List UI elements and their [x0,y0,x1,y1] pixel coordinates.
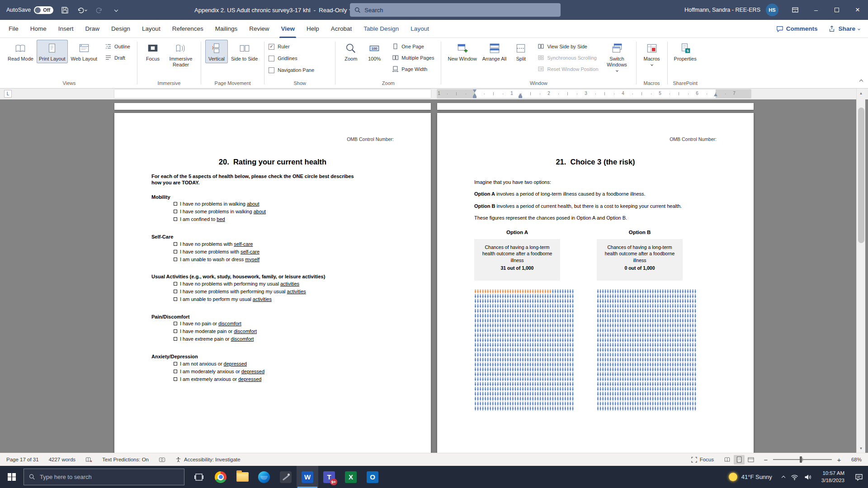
ribbon-tab-table-design[interactable]: Table Design [358,20,405,38]
undo-button[interactable] [76,4,88,16]
immersive-reader-button[interactable]: Immersive Reader [165,40,197,69]
scrollbar-thumb[interactable] [858,108,864,243]
checkbox-item[interactable]: I have some problems in walking about [174,208,394,216]
taskbar-clock[interactable]: 10:57 AM 3/18/2023 [816,470,850,484]
word-count[interactable]: 4227 words [49,457,75,462]
page-width-button[interactable]: Page Width [389,63,437,75]
checkbox-item[interactable]: I have no pain or discomfort [174,320,394,328]
switch-windows-button[interactable]: Switch Windows [602,40,632,73]
user-name[interactable]: Hoffmann, Sandra - REE-ERS [684,7,760,13]
table-column-marker[interactable] [519,96,522,98]
web-layout-view-button[interactable] [745,455,756,465]
new-window-button[interactable]: New Window [445,40,479,63]
task-view-button[interactable] [188,466,210,488]
proofing-status-button[interactable] [85,457,92,463]
checkbox-icon[interactable] [174,362,177,366]
ribbon-tab-file[interactable]: File [3,20,24,38]
ribbon-tab-insert[interactable]: Insert [52,20,80,38]
action-center-button[interactable] [850,466,868,488]
read-mode-button[interactable]: Read Mode [5,40,36,63]
comments-button[interactable]: Comments [771,25,823,33]
undo-dropdown-icon[interactable] [85,9,87,11]
editor-status-button[interactable] [159,457,165,463]
zoom-slider[interactable] [773,456,832,463]
checkbox-icon[interactable] [174,377,177,381]
taskbar-search-input[interactable] [40,474,179,480]
right-indent-marker[interactable] [714,93,717,96]
page-17[interactable]: OMB Control Number: 20. Rating your curr… [114,113,431,453]
chrome-button[interactable] [210,466,231,488]
checkbox-item[interactable]: I have some problems with self-care [174,248,394,255]
print-layout-view-button[interactable] [734,455,745,465]
scroll-down-button[interactable]: ▼ [857,444,865,453]
word-button[interactable]: W [297,466,318,488]
one-page-button[interactable]: One Page [389,41,437,52]
teams-button[interactable]: T 9+ [318,466,340,488]
checkbox-item[interactable]: I am unable to wash or dress myself [174,255,394,263]
scroll-up-button[interactable]: ▲ [857,89,865,98]
zoom-100-button[interactable]: 100 100% [363,40,386,63]
share-dropdown-icon[interactable] [858,28,860,30]
checkbox-item[interactable]: I have extreme pain or discomfort [174,335,394,343]
properties-button[interactable]: S Properties [672,40,699,63]
checkbox-item[interactable]: I am moderately anxious or depressed [174,367,394,375]
macros-button[interactable]: Macros [641,40,663,67]
accessibility-status[interactable]: Accessibility: Investigate [175,457,241,463]
draft-button[interactable]: Draft [102,52,133,63]
first-line-indent-marker[interactable] [473,89,476,93]
minimize-button[interactable]: – [806,0,826,20]
close-button[interactable]: × [847,0,868,20]
ribbon-tab-mailings[interactable]: Mailings [209,20,244,38]
network-icon[interactable] [791,474,798,480]
multiple-pages-button[interactable]: Multiple Pages [389,52,437,63]
ribbon-tab-acrobat[interactable]: Acrobat [325,20,358,38]
checkbox-icon[interactable] [174,282,177,286]
split-button[interactable]: Split [509,40,532,63]
checkbox-icon[interactable] [174,258,177,261]
hanging-indent-marker[interactable] [473,93,476,96]
checkbox-item[interactable]: I am confined to bed [174,216,394,223]
zoom-in-button[interactable]: + [836,456,842,464]
zoom-percentage[interactable]: 68% [846,457,862,462]
checkbox-icon[interactable] [174,337,177,341]
zoom-out-button[interactable]: − [763,456,769,464]
view-side-by-side-button[interactable]: View Side by Side [535,41,601,52]
ribbon-display-options-button[interactable] [785,0,806,20]
zoom-button[interactable]: Zoom [340,40,362,63]
ribbon-tab-references[interactable]: References [166,20,209,38]
checkbox-icon[interactable] [174,250,177,253]
text-predictions[interactable]: Text Predictions: On [102,457,149,462]
app-button[interactable] [275,466,297,488]
show-hidden-icons-button[interactable] [782,476,785,479]
search-bar[interactable] [350,3,561,17]
autosave-switch[interactable]: Off [34,6,53,14]
volume-icon[interactable] [804,474,811,480]
checkbox-icon[interactable] [174,242,177,246]
table-column-marker[interactable] [519,93,522,96]
save-button[interactable] [59,4,71,16]
ribbon-tab-layout[interactable]: Layout [405,20,435,38]
taskbar-search[interactable] [24,469,184,485]
checkbox-item[interactable]: I am extremely anxious or depressed [174,375,394,383]
ribbon-tab-design[interactable]: Design [105,20,136,38]
checkbox-icon[interactable] [174,202,177,206]
document-canvas[interactable]: OMB Control Number: 20. Rating your curr… [0,99,868,453]
checkbox-icon[interactable] [174,210,177,213]
side-to-side-button[interactable]: Side to Side [229,40,260,63]
ruler-left-band[interactable] [114,89,431,98]
ribbon-tab-view[interactable]: View [275,20,301,38]
weather-widget[interactable]: 41°F Sunny [723,473,778,481]
checkbox-item[interactable]: I have some problems with performing my … [174,288,394,296]
collapse-ribbon-button[interactable] [860,76,863,84]
read-mode-view-button[interactable] [722,455,733,465]
print-layout-button[interactable]: Print Layout [37,40,68,63]
checkbox-icon[interactable] [174,290,177,293]
ruler-marks[interactable]: 11234567 [437,89,751,98]
checkbox-item[interactable]: I have no problems with performing my us… [174,280,394,288]
left-indent-marker[interactable] [473,96,476,98]
search-input[interactable] [364,7,556,14]
checkbox-item[interactable]: I have moderate pain or discomfort [174,328,394,335]
outline-button[interactable]: Outline [102,41,133,52]
vertical-scrollbar[interactable]: ▲ ▼ [856,89,865,453]
checkbox-item[interactable]: I have no problems with self-care [174,240,394,248]
